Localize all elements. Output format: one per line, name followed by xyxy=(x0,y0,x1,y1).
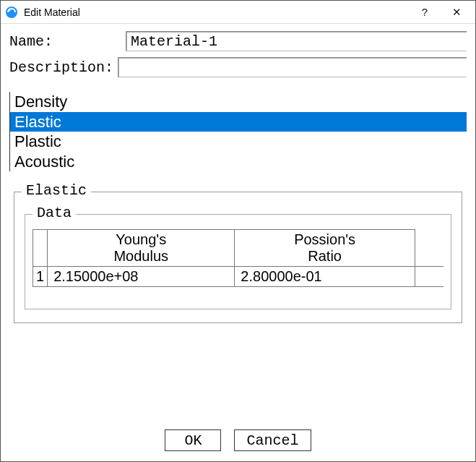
table-row: 1 2.15000e+08 2.80000e-01 xyxy=(33,267,444,287)
property-item-density[interactable]: Density xyxy=(10,92,467,112)
name-row: Name: xyxy=(9,31,467,51)
svg-point-1 xyxy=(9,9,11,11)
app-icon xyxy=(5,6,18,19)
col-header-text-0: Young'sModulus xyxy=(113,231,168,264)
name-input[interactable] xyxy=(126,31,467,51)
cancel-button[interactable]: Cancel xyxy=(234,429,311,451)
property-list: Density Elastic Plastic Acoustic xyxy=(9,92,467,171)
description-input[interactable] xyxy=(118,57,467,77)
window-title: Edit Material xyxy=(24,7,409,18)
elastic-group: Elastic Data Young'sModulus Possion'sRat… xyxy=(14,192,462,323)
name-label: Name: xyxy=(9,33,121,50)
elastic-group-title: Elastic xyxy=(22,182,91,199)
dialog-body: Name: Description: Density Elastic Plast… xyxy=(1,24,475,424)
button-bar: OK Cancel xyxy=(1,424,475,461)
cell-youngs-modulus[interactable]: 2.15000e+08 xyxy=(48,267,235,287)
ok-button[interactable]: OK xyxy=(165,429,221,451)
row-header-blank xyxy=(33,230,48,267)
data-group-title: Data xyxy=(33,205,76,221)
col-header-text-1: Possion'sRatio xyxy=(294,231,355,264)
cell-spacer xyxy=(415,267,443,287)
help-button[interactable]: ? xyxy=(409,1,441,23)
row-number: 1 xyxy=(33,267,48,287)
description-label: Description: xyxy=(9,59,113,76)
titlebar: Edit Material ? ✕ xyxy=(1,1,475,24)
property-item-plastic[interactable]: Plastic xyxy=(10,132,467,152)
data-table: Young'sModulus Possion'sRatio 1 2.15000e… xyxy=(33,229,443,287)
property-item-acoustic[interactable]: Acoustic xyxy=(10,152,467,172)
col-header-youngs-modulus: Young'sModulus xyxy=(48,230,235,267)
property-item-elastic[interactable]: Elastic xyxy=(10,112,467,132)
data-group: Data Young'sModulus Possion'sRatio 1 2.1… xyxy=(25,214,451,309)
cell-poissons-ratio[interactable]: 2.80000e-01 xyxy=(235,267,415,287)
dialog-edit-material: Edit Material ? ✕ Name: Description: Den… xyxy=(0,0,476,462)
description-row: Description: xyxy=(9,57,467,77)
col-header-poissons-ratio: Possion'sRatio xyxy=(235,230,415,267)
close-button[interactable]: ✕ xyxy=(441,1,472,23)
col-header-spacer xyxy=(415,230,443,267)
